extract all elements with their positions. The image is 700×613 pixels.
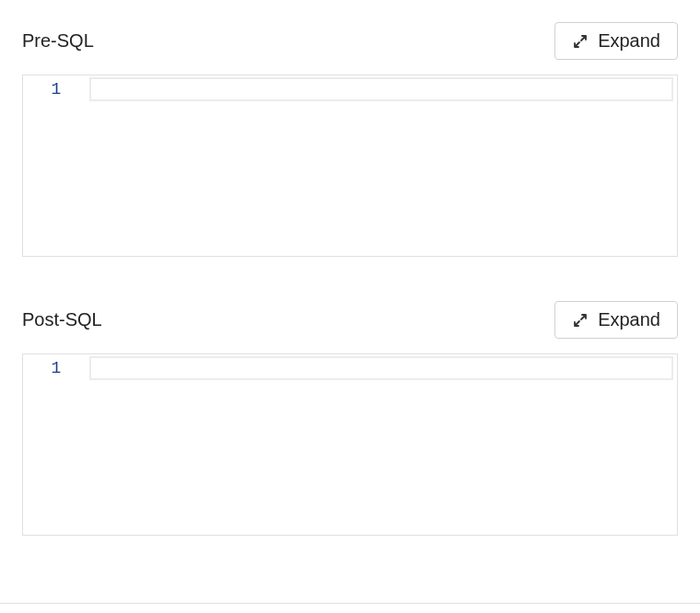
pre-sql-input[interactable] [91,79,671,99]
post-sql-label: Post-SQL [22,309,102,330]
expand-button-label: Expand [598,30,660,52]
pre-sql-label: Pre-SQL [22,30,94,52]
pre-sql-section: Pre-SQL Expand 1 [22,22,678,257]
pre-sql-editor[interactable]: 1 [22,75,678,257]
expand-icon [572,312,589,329]
pre-sql-header: Pre-SQL Expand [22,22,678,60]
bottom-divider [0,603,700,604]
line-number: 1 [23,354,89,382]
line-number: 1 [23,75,89,103]
post-sql-section: Post-SQL Expand 1 [22,301,678,536]
code-cell [89,77,673,101]
editor-line: 1 [23,354,677,382]
pre-sql-expand-button[interactable]: Expand [554,22,678,60]
code-cell [89,356,673,380]
post-sql-input[interactable] [91,358,671,378]
post-sql-expand-button[interactable]: Expand [554,301,678,339]
post-sql-header: Post-SQL Expand [22,301,678,339]
expand-icon [572,33,589,50]
editor-line: 1 [23,75,677,103]
expand-button-label: Expand [598,309,660,330]
post-sql-editor[interactable]: 1 [22,353,678,536]
